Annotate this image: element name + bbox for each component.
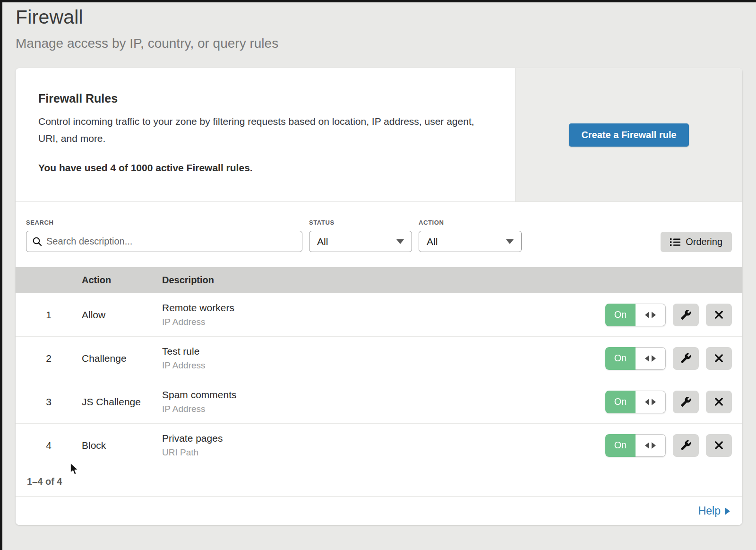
create-rule-panel: Create a Firewall rule	[515, 68, 742, 201]
chevron-down-icon	[396, 239, 404, 244]
search-label: SEARCH	[26, 219, 302, 226]
action-column-header: Action	[82, 275, 162, 286]
ordering-button[interactable]: Ordering	[661, 232, 732, 252]
filters-bar: SEARCH STATUS All ACTION All	[16, 201, 742, 267]
table-row: 1 Allow Remote workers IP Address On	[16, 293, 742, 337]
toggle-arrows-icon[interactable]	[636, 434, 666, 457]
rules-table-body: 1 Allow Remote workers IP Address On	[16, 293, 742, 467]
toggle-arrows-icon[interactable]	[636, 347, 666, 370]
rule-field: URI Path	[162, 447, 605, 458]
rule-action: Allow	[82, 309, 162, 321]
rule-description-cell: Spam comments IP Address	[162, 389, 605, 414]
help-link[interactable]: Help	[698, 505, 730, 517]
firewall-rules-card: Firewall Rules Control incoming traffic …	[16, 68, 742, 525]
rules-usage-note: You have used 4 of 1000 active Firewall …	[38, 162, 492, 174]
rule-enabled-toggle[interactable]: On	[605, 391, 666, 413]
delete-rule-button[interactable]	[706, 304, 732, 326]
toggle-arrows-icon[interactable]	[636, 304, 666, 326]
rule-field: IP Address	[162, 360, 605, 371]
pagination: 1–4 of 4	[16, 467, 742, 497]
rules-intro-section: Firewall Rules Control incoming traffic …	[16, 68, 742, 201]
rule-action: JS Challenge	[82, 396, 162, 408]
rule-priority: 4	[16, 440, 82, 451]
table-row: 4 Block Private pages URI Path On	[16, 424, 742, 467]
rule-description: Spam comments	[162, 389, 605, 401]
list-icon	[670, 238, 680, 246]
create-firewall-rule-button[interactable]: Create a Firewall rule	[569, 123, 688, 147]
toggle-on-label[interactable]: On	[605, 347, 636, 370]
search-input[interactable]	[46, 236, 296, 247]
toggle-on-label[interactable]: On	[605, 391, 636, 413]
table-row: 2 Challenge Test rule IP Address On	[16, 337, 742, 380]
edit-rule-button[interactable]	[673, 434, 699, 457]
toggle-on-label[interactable]: On	[605, 304, 636, 326]
rule-field: IP Address	[162, 317, 605, 327]
wrench-icon	[680, 440, 691, 451]
rules-table: Action Description 1 Allow Remote worker…	[16, 267, 742, 497]
card-footer: Help	[16, 497, 742, 525]
rule-priority: 3	[16, 396, 82, 408]
delete-rule-button[interactable]	[706, 347, 732, 370]
rule-action: Challenge	[82, 353, 162, 364]
rule-description-cell: Remote workers IP Address	[162, 302, 605, 327]
page-header: Firewall Manage access by IP, country, o…	[2, 2, 756, 51]
rule-enabled-toggle[interactable]: On	[605, 347, 666, 370]
wrench-icon	[680, 353, 691, 364]
toggle-on-label[interactable]: On	[605, 434, 636, 457]
rule-action: Block	[82, 440, 162, 451]
rule-description: Remote workers	[162, 302, 605, 314]
wrench-icon	[680, 309, 691, 320]
wrench-icon	[680, 396, 691, 407]
action-select[interactable]: All	[419, 231, 522, 252]
close-icon	[714, 354, 723, 363]
delete-rule-button[interactable]	[706, 434, 732, 457]
status-label: STATUS	[309, 219, 412, 226]
action-label: ACTION	[419, 219, 522, 226]
pagination-text: 1–4 of 4	[27, 476, 62, 487]
edit-rule-button[interactable]	[673, 391, 699, 413]
table-row: 3 JS Challenge Spam comments IP Address …	[16, 380, 742, 424]
page-title: Firewall	[16, 6, 756, 28]
rule-priority: 2	[16, 353, 82, 364]
description-column-header: Description	[162, 275, 742, 286]
close-icon	[714, 397, 723, 406]
rule-description: Private pages	[162, 433, 605, 444]
status-select[interactable]: All	[309, 231, 412, 252]
delete-rule-button[interactable]	[706, 391, 732, 413]
rule-enabled-toggle[interactable]: On	[605, 304, 666, 326]
rule-field: IP Address	[162, 404, 605, 414]
rule-priority: 1	[16, 309, 82, 321]
close-icon	[714, 310, 723, 319]
table-header-row: Action Description	[16, 267, 742, 293]
page-subtitle: Manage access by IP, country, or query r…	[16, 36, 756, 51]
action-select-value: All	[427, 236, 438, 247]
rule-enabled-toggle[interactable]: On	[605, 434, 666, 457]
rules-description: Control incoming traffic to your zone by…	[38, 113, 487, 147]
triangle-right-icon	[725, 507, 730, 515]
close-icon	[714, 441, 723, 450]
search-box[interactable]	[26, 231, 302, 252]
rule-description: Test rule	[162, 346, 605, 357]
search-icon	[32, 236, 42, 246]
edit-rule-button[interactable]	[673, 347, 699, 370]
ordering-button-label: Ordering	[686, 236, 722, 247]
rules-heading: Firewall Rules	[38, 92, 492, 105]
help-link-label: Help	[698, 505, 721, 517]
rule-description-cell: Private pages URI Path	[162, 433, 605, 458]
rule-description-cell: Test rule IP Address	[162, 346, 605, 371]
edit-rule-button[interactable]	[673, 304, 699, 326]
toggle-arrows-icon[interactable]	[636, 391, 666, 413]
chevron-down-icon	[506, 239, 514, 244]
status-select-value: All	[317, 236, 328, 247]
